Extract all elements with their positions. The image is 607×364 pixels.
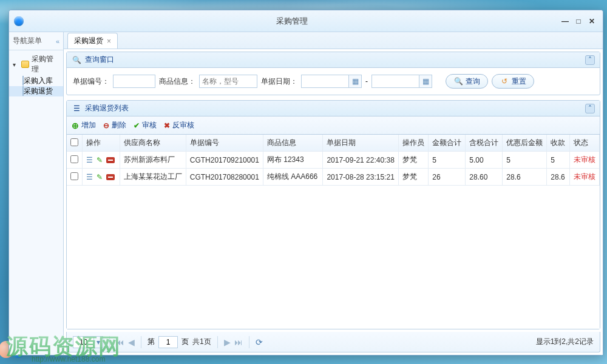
list-panel-title: 采购退货列表 (85, 103, 129, 113)
tree-item-label: 采购入库 (24, 76, 53, 85)
page-size-value[interactable] (73, 336, 93, 348)
delete-icon[interactable] (106, 157, 115, 163)
cell-date: 2017-08-28 23:15:21 (323, 169, 399, 186)
pager-page-input[interactable] (158, 336, 178, 348)
cell-orderno: CGTH201709210001 (186, 152, 263, 169)
cell-supplier: 苏州新源布料厂 (120, 152, 186, 169)
cell-goods: 网布 12343 (263, 152, 323, 169)
row-checkbox[interactable] (70, 172, 78, 180)
pager-post: 页 (181, 337, 189, 347)
pager-info: 显示1到2,共2记录 (536, 337, 594, 347)
cell-supplier: 上海某某花边工厂 (120, 169, 186, 186)
tree-item-inbound[interactable]: 采购入库 (9, 76, 63, 86)
table-row[interactable]: ☰✎苏州新源布料厂CGTH201709210001网布 123432017-09… (67, 152, 600, 169)
order-no-input[interactable] (113, 75, 155, 88)
query-panel: 🔍 查询窗口 ˄ 单据编号： 商品信息： 单据日期： ▦ - (66, 52, 600, 95)
delete-label: 删除 (112, 120, 126, 130)
goods-label: 商品信息： (159, 76, 195, 87)
add-button[interactable]: ⊕增加 (72, 120, 96, 130)
pager-total: 共1页 (192, 337, 211, 347)
collapse-icon[interactable]: « (56, 38, 59, 45)
pager-refresh-icon[interactable]: ⟳ (256, 337, 263, 347)
col-amount: 金额合计 (429, 135, 466, 152)
search-button-label: 查询 (466, 76, 480, 87)
select-all-checkbox[interactable] (70, 138, 78, 146)
edit-icon[interactable]: ✎ (97, 156, 103, 164)
edit-icon[interactable]: ✎ (97, 173, 103, 181)
cell-amount: 26 (429, 169, 466, 186)
detail-icon[interactable]: ☰ (86, 156, 93, 164)
file-icon (22, 86, 24, 96)
reset-icon: ↺ (500, 76, 509, 86)
app-window: 采购管理 — □ ✕ 导航菜单 « ▾ 采购管理 采购入库 (8, 10, 603, 356)
list-icon: ☰ (72, 104, 81, 113)
cell-amount: 5 (429, 152, 466, 169)
tab-return[interactable]: 采购退货 × (67, 33, 118, 49)
cell-goods: 纯棉线 AAA666 (263, 169, 323, 186)
minus-icon: ⊖ (103, 121, 109, 130)
col-received: 收款 (547, 135, 570, 152)
pager-last[interactable]: ⏭ (234, 337, 243, 347)
goods-input[interactable] (199, 75, 257, 88)
col-goods: 商品信息 (263, 135, 323, 152)
reset-button[interactable]: ↺ 重置 (492, 74, 534, 89)
pager-prev[interactable]: ◀ (128, 337, 135, 347)
calendar-icon[interactable]: ▦ (348, 75, 362, 88)
cell-status: 未审核 (570, 152, 600, 169)
tabstrip: 采购退货 × (64, 32, 603, 49)
detail-icon[interactable]: ☰ (86, 173, 93, 181)
col-ops: 操作 (83, 135, 120, 152)
sidebar: 导航菜单 « ▾ 采购管理 采购入库 采购退货 (9, 32, 64, 355)
date-sep: - (365, 77, 368, 86)
watermark-url: http://www.net188.com (32, 355, 105, 363)
panel-collapse-icon[interactable]: ˄ (585, 104, 595, 113)
delete-button[interactable]: ⊖删除 (103, 120, 126, 130)
col-discounted: 优惠后金额 (503, 135, 547, 152)
plus-icon: ⊕ (72, 121, 79, 130)
tab-close-icon[interactable]: × (107, 37, 111, 46)
tree-item-return[interactable]: 采购退货 (9, 86, 63, 96)
col-status: 状态 (570, 135, 600, 152)
tree-item-label: 采购退货 (24, 87, 53, 95)
cell-date: 2017-09-21 22:40:38 (323, 152, 399, 169)
col-taxed: 含税合计 (466, 135, 503, 152)
file-icon (22, 76, 24, 86)
date-from-input[interactable] (301, 75, 348, 88)
calendar-icon[interactable]: ▦ (419, 75, 432, 88)
cell-received: 5 (547, 152, 570, 169)
close-button[interactable]: ✕ (587, 16, 597, 26)
pager-first[interactable]: ⏮ (116, 337, 124, 347)
delete-icon[interactable] (106, 174, 115, 180)
pager-next[interactable]: ▶ (224, 337, 231, 347)
cell-received: 28.6 (547, 169, 570, 186)
minimize-button[interactable]: — (560, 16, 570, 26)
table-row[interactable]: ☰✎上海某某花边工厂CGTH201708280001纯棉线 AAA6662017… (67, 169, 600, 186)
panel-collapse-icon[interactable]: ˄ (585, 55, 595, 65)
reset-button-label: 重置 (512, 76, 526, 87)
pager-pre: 第 (148, 337, 155, 347)
data-grid: 操作 供应商名称 单据编号 商品信息 单据日期 操作员 金额合计 含税合计 优惠… (67, 135, 600, 329)
chevron-down-icon[interactable]: ▾ (93, 336, 103, 348)
folder-icon (21, 61, 29, 68)
search-icon: 🔍 (453, 76, 463, 86)
date-label: 单据日期： (261, 76, 297, 87)
cell-discounted: 28.6 (503, 169, 547, 186)
query-panel-title: 查询窗口 (85, 55, 114, 65)
col-orderno: 单据编号 (186, 135, 263, 152)
col-supplier: 供应商名称 (120, 135, 186, 152)
cell-discounted: 5 (503, 152, 547, 169)
approve-button[interactable]: ✔审核 (134, 120, 157, 130)
search-icon: 🔍 (72, 55, 81, 65)
search-button[interactable]: 🔍 查询 (446, 74, 488, 89)
window-title: 采购管理 (24, 16, 560, 27)
col-operator: 操作员 (399, 135, 429, 152)
tree-root-label: 采购管理 (32, 54, 59, 75)
tree-root-purchase[interactable]: ▾ 采购管理 (9, 53, 63, 76)
row-checkbox[interactable] (70, 155, 78, 163)
maximize-button[interactable]: □ (574, 16, 583, 26)
unapprove-button[interactable]: ✖反审核 (164, 120, 194, 130)
date-to-input[interactable] (371, 75, 419, 88)
page-size-select[interactable]: ▾ (73, 336, 103, 348)
approve-label: 审核 (142, 120, 157, 130)
unapprove-label: 反审核 (172, 120, 194, 130)
